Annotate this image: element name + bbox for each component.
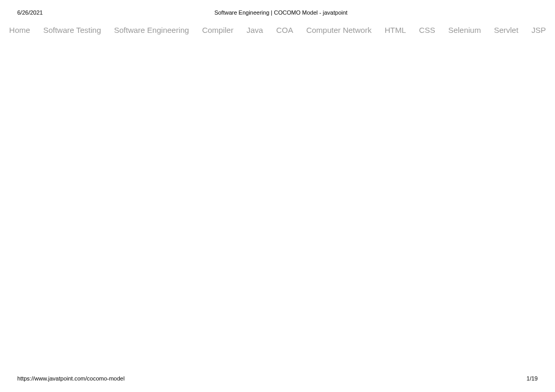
- footer-url: https://www.javatpoint.com/cocomo-model: [17, 375, 124, 382]
- footer-page-number: 1/19: [527, 375, 538, 382]
- nav-item-servlet[interactable]: Servlet: [494, 26, 518, 34]
- nav-item-coa[interactable]: COA: [276, 26, 293, 34]
- nav-item-software-testing[interactable]: Software Testing: [43, 26, 101, 34]
- nav-item-jsp[interactable]: JSP: [531, 26, 546, 34]
- nav-item-html[interactable]: HTML: [385, 26, 406, 34]
- header-date: 6/26/2021: [17, 9, 43, 16]
- nav-item-java[interactable]: Java: [247, 26, 263, 34]
- nav-bar: Home Software Testing Software Engineeri…: [0, 26, 555, 34]
- nav-item-computer-network[interactable]: Computer Network: [306, 26, 372, 34]
- header-title: Software Engineering | COCOMO Model - ja…: [214, 9, 348, 16]
- nav-item-compiler[interactable]: Compiler: [202, 26, 234, 34]
- header-row: 6/26/2021 Software Engineering | COCOMO …: [17, 9, 545, 16]
- nav-item-home[interactable]: Home: [9, 26, 30, 34]
- footer-row: https://www.javatpoint.com/cocomo-model …: [17, 375, 538, 382]
- nav-item-software-engineering[interactable]: Software Engineering: [114, 26, 189, 34]
- nav-item-css[interactable]: CSS: [419, 26, 435, 34]
- nav-item-selenium[interactable]: Selenium: [448, 26, 481, 34]
